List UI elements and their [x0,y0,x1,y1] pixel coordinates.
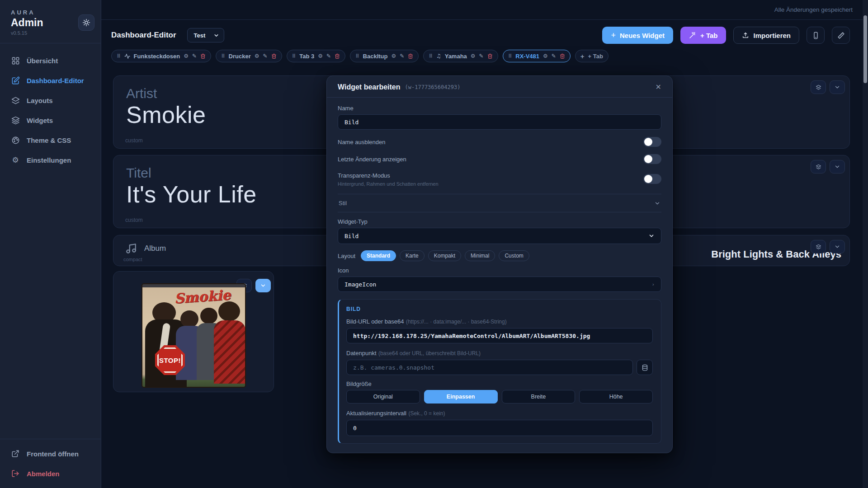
sidebar-item-einstellungen[interactable]: ⚙ Einstellungen [0,150,101,170]
trash-icon[interactable] [271,53,277,59]
tab-tab3[interactable]: ⠿ Tab 3 ⚙ ✎ [287,50,345,62]
widget-card-image: Smokie STOP! [113,271,274,392]
dashboard-select[interactable]: Test [187,28,224,42]
theme-toggle-button[interactable] [78,14,94,31]
tab-drucker[interactable]: ⠿ Drucker ⚙ ✎ [216,50,282,62]
size-hoehe-button[interactable]: Höhe [579,390,653,404]
bild-section: BILD Bild-URL oder base64 (https://... ·… [338,299,661,444]
letzte-aenderung-toggle[interactable] [643,154,661,164]
sidebar-item-uebersicht[interactable]: Übersicht [0,51,101,70]
sidebar-footer: Frontend öffnen Abmelden [0,439,101,483]
gear-icon[interactable]: ⚙ [543,53,548,59]
tab-backitup[interactable]: ⠿ BackItup ⚙ ✎ [350,50,419,62]
layout-chip-karte[interactable]: Karte [400,250,425,261]
trash-icon[interactable] [408,53,413,59]
layout-chip-standard[interactable]: Standard [361,250,396,261]
stil-section-toggle[interactable]: Stil [338,194,661,212]
new-widget-button[interactable]: + Neues Widget [602,27,673,44]
gear-icon[interactable]: ⚙ [184,53,189,59]
trash-icon[interactable] [335,53,340,59]
pencil-icon[interactable]: ✎ [263,53,268,59]
import-button[interactable]: Importieren [733,27,799,44]
layers-button[interactable] [811,80,826,94]
sidebar-item-widgets[interactable]: Widgets [0,110,101,130]
name-ausblenden-toggle[interactable] [643,137,661,147]
layout-chip-custom[interactable]: Custom [499,250,529,261]
tab-funksteckdosen[interactable]: ⠿ Funksteckdosen ⚙ ✎ [111,50,211,62]
collapse-button[interactable] [830,160,845,174]
new-widget-label: Neues Widget [620,32,665,39]
expand-button[interactable] [255,279,271,292]
bild-url-input[interactable] [346,328,653,343]
new-tab-chip[interactable]: + + Tab [575,50,609,62]
intervall-input[interactable] [346,420,653,436]
page-scrollbar[interactable] [863,0,868,488]
layers-button[interactable] [811,160,826,174]
band-member-silhouette [200,308,217,324]
sidebar-item-layouts[interactable]: Layouts [0,90,101,110]
sidebar-item-theme-css[interactable]: Theme & CSS [0,130,101,150]
save-status-text: Alle Änderungen gespeichert [774,6,853,13]
bild-url-label: Bild-URL oder base64 [346,318,404,325]
close-icon[interactable]: ✕ [656,83,661,91]
drag-handle-icon[interactable]: ⠿ [355,53,359,59]
open-frontend-button[interactable]: Frontend öffnen [0,444,101,464]
ruler-icon [837,32,845,39]
external-link-icon [11,449,20,458]
gear-icon[interactable]: ⚙ [255,53,259,59]
gear-icon[interactable]: ⚙ [318,53,323,59]
chevron-down-icon [213,33,219,38]
scrollbar-thumb[interactable] [863,15,867,83]
name-input[interactable] [338,114,661,130]
icon-select-value: ImageIcon [344,281,376,288]
gear-icon[interactable]: ⚙ [392,53,396,59]
pencil-icon[interactable]: ✎ [479,53,484,59]
music-icon: ♫ [436,53,441,59]
collapse-button[interactable] [830,240,845,253]
collapse-button[interactable] [830,80,845,94]
name-label: Name [338,105,661,112]
logout-button[interactable]: Abmelden [0,464,101,483]
logout-icon [11,469,20,478]
size-original-button[interactable]: Original [346,390,420,404]
drag-handle-icon[interactable]: ⠿ [117,53,121,59]
toggle-row-transparenz: Transparenz-Modus Hintergrund, Rahmen un… [338,171,661,187]
size-breite-button[interactable]: Breite [502,390,576,404]
add-tab-button[interactable]: + Tab [680,27,726,44]
trash-icon[interactable] [200,53,206,59]
icon-select[interactable]: ImageIcon › [338,277,661,292]
sidebar-item-label: Einstellungen [27,156,71,164]
toggle-label: Letzte Änderung anzeigen [338,156,406,163]
sun-icon [82,19,90,27]
size-einpassen-button[interactable]: Einpassen [424,390,498,404]
layout-chip-minimal[interactable]: Minimal [465,250,495,261]
mobile-preview-button[interactable] [807,27,825,44]
tab-yamaha[interactable]: ⠿ ♫ Yamaha ⚙ ✎ [423,50,498,62]
sidebar-item-label: Dashboard-Editor [27,77,84,84]
drag-handle-icon[interactable]: ⠿ [292,53,296,59]
trash-icon[interactable] [487,53,493,59]
icon-label: Icon [338,267,661,274]
drag-handle-icon[interactable]: ⠿ [508,53,512,59]
gear-icon[interactable]: ⚙ [471,53,476,59]
widget-typ-label: Widget-Typ [338,218,661,225]
datapoint-browse-button[interactable] [637,360,653,375]
datenpunkt-input[interactable] [346,360,633,375]
pencil-icon[interactable]: ✎ [192,53,197,59]
layout-chip-kompakt[interactable]: Kompakt [428,250,461,261]
transparenz-toggle[interactable] [643,174,661,184]
widget-controls [811,80,845,94]
widget-typ-select[interactable]: Bild [338,228,661,244]
sidebar-item-dashboard-editor[interactable]: Dashboard-Editor [0,70,101,90]
bild-heading: BILD [346,306,653,312]
drag-handle-icon[interactable]: ⠿ [429,53,433,59]
pencil-icon[interactable]: ✎ [326,53,331,59]
tab-rx-v481[interactable]: ⠿ RX-V481 ⚙ ✎ [503,50,571,62]
ruler-button[interactable] [832,27,850,44]
trash-icon[interactable] [560,53,565,59]
pencil-icon[interactable]: ✎ [552,53,556,59]
drag-handle-icon[interactable]: ⠿ [221,53,225,59]
layers-button[interactable] [811,240,826,253]
widget-label: Album [144,244,166,253]
pencil-icon[interactable]: ✎ [400,53,404,59]
